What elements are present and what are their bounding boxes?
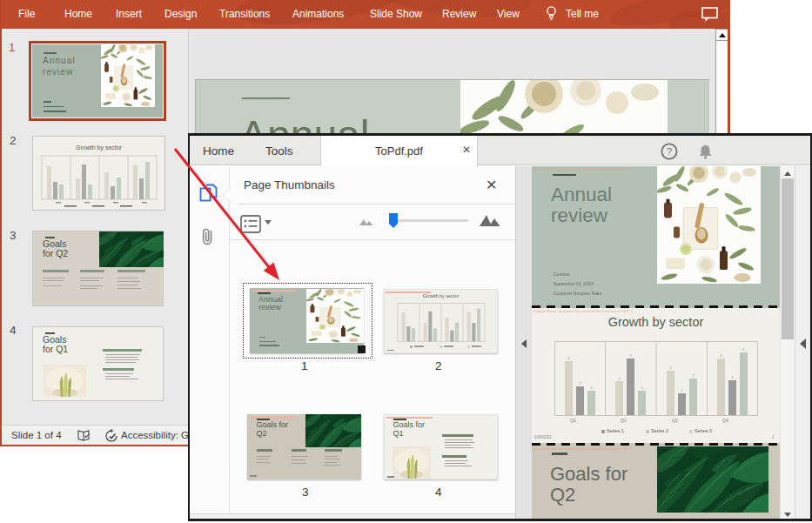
svg-text:?: ? [667,146,672,157]
